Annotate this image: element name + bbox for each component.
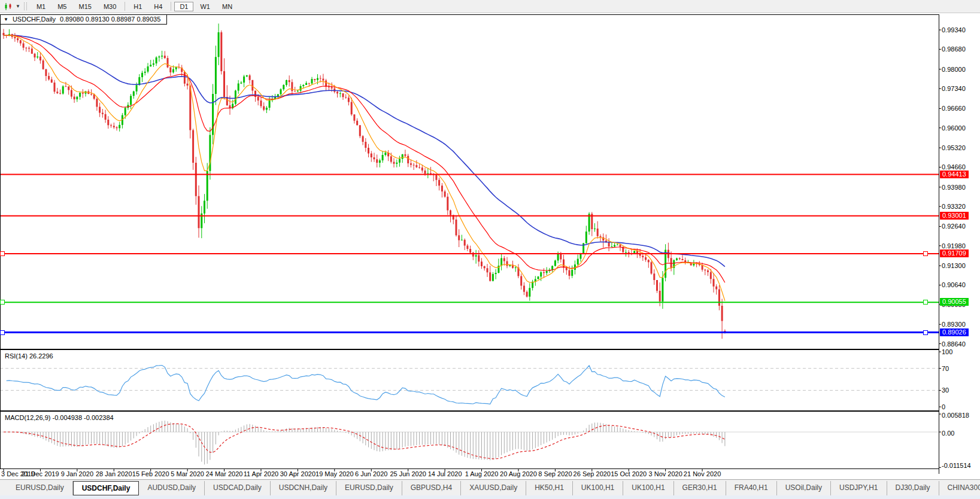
line-handle-left[interactable] — [0, 300, 5, 305]
symbol-tab-usdchf-daily[interactable]: USDCHF,Daily — [73, 481, 139, 495]
date-axis-label: 5 Mar 2020 — [171, 470, 204, 477]
price-axis-label: 0.91300 — [942, 262, 966, 269]
price-axis-label: 0.97340 — [942, 85, 966, 92]
price-axis-label: 0.92640 — [942, 223, 966, 230]
date-axis-label: 1 Aug 2020 — [465, 470, 499, 477]
symbol-tab-fra40-h1[interactable]: FRA40,H1 — [726, 481, 777, 495]
date-axis-label: 9 Jan 2020 — [61, 470, 93, 477]
chart-type-icon[interactable] — [2, 2, 14, 11]
date-axis-label: 8 Sep 2020 — [538, 470, 572, 477]
line-handle-right[interactable] — [923, 251, 928, 256]
macd-indicator-label: MACD(12,26,9) -0.004938 -0.002384 — [5, 414, 114, 421]
mt4-terminal-window: ▼ M1M5M15M30H1H4D1W1MN ▼ USDCHF,Daily 0.… — [0, 0, 980, 499]
rsi-axis-label: 70 — [942, 365, 949, 372]
line-handle-left[interactable] — [0, 251, 5, 256]
macd-axis-label: -0.011514 — [942, 462, 971, 469]
date-axis-label: 15 Oct 2020 — [611, 470, 647, 477]
tabbar-bottom-strip — [0, 495, 980, 499]
price-line-badge: 0.94413 — [940, 171, 969, 178]
timeframe-button-h4[interactable]: H4 — [148, 2, 168, 11]
price-axis-label: 0.96660 — [942, 105, 966, 112]
symbol-tab-xauusd-daily[interactable]: XAUUSD,Daily — [461, 481, 526, 495]
price-axis-label: 0.90640 — [942, 281, 966, 288]
chart-title-box: ▼ USDCHF,Daily 0.89080 0.89130 0.88987 0… — [0, 14, 167, 25]
date-axis-label: 24 Mar 2020 — [206, 470, 243, 477]
date-axis-label: 25 Jun 2020 — [390, 470, 426, 477]
timeframe-button-m30[interactable]: M30 — [98, 2, 122, 11]
toolbar-separator — [171, 2, 171, 11]
macd-axis-label: 0.00 — [942, 430, 954, 437]
symbol-tab-usdcnh-daily[interactable]: USDCNH,Daily — [271, 481, 336, 495]
toolbar-separator — [125, 2, 125, 11]
date-axis-label: 26 Sep 2020 — [574, 470, 611, 477]
symbol-tab-audusd-daily[interactable]: AUDUSD,Daily — [139, 481, 205, 495]
symbol-tab-usdcad-daily[interactable]: USDCAD,Daily — [205, 481, 271, 495]
date-axis-label: 14 Jul 2020 — [428, 470, 462, 477]
timeframe-toolbar: ▼ M1M5M15M30H1H4D1W1MN — [0, 0, 980, 13]
line-handle-right[interactable] — [923, 300, 928, 305]
price-line-badge: 0.93001 — [940, 212, 969, 220]
line-handle-right[interactable] — [923, 330, 928, 335]
symbol-tab-gbpusd-h4[interactable]: GBPUSD,H4 — [402, 481, 461, 495]
timeframe-button-d1[interactable]: D1 — [174, 2, 193, 11]
timeframe-button-m5[interactable]: M5 — [52, 2, 72, 11]
date-axis-label: 19 May 2020 — [315, 470, 354, 477]
collapse-icon[interactable]: ▼ — [4, 17, 8, 22]
rsi-axis-label: 0 — [942, 403, 945, 410]
date-axis-label: 28 Jan 2020 — [96, 470, 132, 477]
price-axis-label: 0.93320 — [942, 203, 966, 210]
timeframe-button-mn[interactable]: MN — [217, 2, 238, 11]
symbol-tab-eurusd-daily[interactable]: EURUSD,Daily — [336, 481, 402, 495]
price-axis-label: 0.89300 — [942, 321, 966, 328]
symbol-tab-bar: EURUSD,DailyUSDCHF,DailyAUDUSD,DailyUSDC… — [0, 479, 980, 499]
symbol-tab-eurusd-daily[interactable]: EURUSD,Daily — [7, 481, 73, 495]
toolbar-grip[interactable] — [24, 2, 27, 10]
rsi-axis-label: 100 — [942, 348, 952, 355]
date-axis-label: 15 Feb 2020 — [132, 470, 169, 477]
price-axis-label: 0.91980 — [942, 242, 966, 250]
chart-canvas[interactable] — [0, 0, 980, 499]
price-line-badge: 0.90055 — [940, 298, 969, 306]
chart-type-caret-icon[interactable]: ▼ — [16, 4, 20, 9]
price-axis-label: 0.93980 — [942, 184, 966, 191]
symbol-tab-usdjpy-h1[interactable]: USDJPY,H1 — [831, 481, 887, 495]
date-axis-label: 11 Apr 2020 — [244, 470, 279, 477]
date-axis-label: 3 Nov 2020 — [649, 470, 682, 477]
macd-axis-label: 0.005818 — [942, 412, 969, 419]
symbol-tab-ger30-h1[interactable]: GER30,H1 — [674, 481, 726, 495]
line-handle-left[interactable] — [0, 330, 5, 335]
symbol-tab-usoil-daily[interactable]: USOil,Daily — [777, 481, 831, 495]
timeframe-button-w1[interactable]: W1 — [195, 2, 216, 11]
rsi-axis-label: 30 — [942, 387, 949, 394]
date-axis-label: 30 Apr 2020 — [280, 470, 315, 477]
chart-symbol-label: USDCHF,Daily — [13, 16, 56, 23]
price-axis-label: 0.98000 — [942, 66, 966, 73]
timeframe-button-m1[interactable]: M1 — [31, 2, 51, 11]
date-axis-label: 6 Jun 2020 — [355, 470, 387, 477]
price-axis-label: 0.96000 — [942, 124, 966, 132]
timeframe-button-h1[interactable]: H1 — [128, 2, 147, 11]
symbol-tab-dj30-daily[interactable]: DJ30,Daily — [887, 481, 939, 495]
price-line-badge: 0.89026 — [940, 328, 969, 336]
price-axis-label: 0.98680 — [942, 45, 966, 53]
date-axis-label: 21 Nov 2020 — [684, 470, 721, 477]
symbol-tab-china300-h1[interactable]: CHINA300,H1 — [939, 481, 980, 495]
symbol-tab-uk100-h1[interactable]: UK100,H1 — [623, 481, 673, 495]
price-line-badge: 0.91709 — [940, 250, 969, 257]
chart-ohlc-values: 0.89080 0.89130 0.88987 0.89035 — [60, 16, 160, 23]
timeframe-button-m15[interactable]: M15 — [73, 2, 96, 11]
price-axis-label: 0.88640 — [942, 340, 966, 348]
symbol-tab-hk50-h1[interactable]: HK50,H1 — [526, 481, 573, 495]
symbol-tab-uk100-h1[interactable]: UK100,H1 — [573, 481, 623, 495]
date-axis-label: 21 Dec 2019 — [22, 470, 59, 477]
date-axis-label: 20 Aug 2020 — [500, 470, 537, 477]
price-axis-label: 0.99340 — [942, 26, 966, 34]
price-axis-label: 0.95320 — [942, 144, 966, 151]
rsi-indicator-label: RSI(14) 26.2296 — [5, 352, 53, 360]
